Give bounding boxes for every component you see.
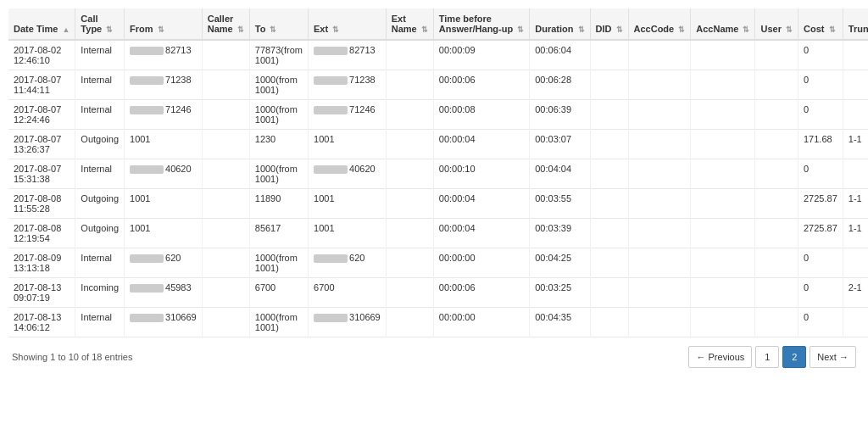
page-2-button[interactable]: 2 bbox=[782, 346, 806, 368]
ext-number: 40620 bbox=[349, 164, 376, 174]
cell-did bbox=[590, 278, 628, 308]
cell-to: 1230 bbox=[249, 130, 308, 159]
sort-icon-callername: ⇅ bbox=[237, 25, 244, 34]
from-number: 1001 bbox=[130, 223, 150, 233]
cell-callername bbox=[202, 40, 249, 70]
cell-callername bbox=[202, 248, 249, 278]
cell-callername bbox=[202, 159, 249, 189]
cell-calltype: Internal bbox=[75, 248, 125, 278]
ext-number: 1001 bbox=[314, 134, 334, 144]
cell-duration: 00:06:28 bbox=[530, 70, 590, 100]
cell-acccode bbox=[628, 189, 691, 219]
table-row: 2017-08-07 11:44:11Internal712381000(fro… bbox=[8, 70, 868, 100]
col-acccode[interactable]: AccCode ⇅ bbox=[628, 8, 691, 40]
cell-extname bbox=[386, 189, 433, 219]
cell-ext: 1001 bbox=[309, 219, 387, 248]
cell-ext: 1001 bbox=[309, 130, 387, 159]
sort-icon-calltype: ⇅ bbox=[106, 25, 113, 34]
cell-extname bbox=[386, 130, 433, 159]
cell-ext: 71238 bbox=[309, 70, 387, 100]
cell-timebefore: 00:00:10 bbox=[433, 159, 529, 189]
cell-datetime: 2017-08-08 12:19:54 bbox=[8, 219, 75, 248]
from-number: 71238 bbox=[165, 75, 192, 85]
col-calltype[interactable]: CallType ⇅ bbox=[75, 8, 125, 40]
sort-icon-duration: ⇅ bbox=[578, 25, 585, 34]
redacted-block bbox=[314, 47, 348, 55]
cell-callername bbox=[202, 278, 249, 308]
cell-callername bbox=[202, 70, 249, 100]
cell-datetime: 2017-08-07 12:24:46 bbox=[8, 100, 75, 130]
cell-cost: 0 bbox=[798, 159, 843, 189]
cell-from: 71246 bbox=[125, 100, 203, 130]
col-did[interactable]: DID ⇅ bbox=[590, 8, 628, 40]
col-ext[interactable]: Ext ⇅ bbox=[309, 8, 387, 40]
cell-extname bbox=[386, 278, 433, 308]
redacted-block bbox=[130, 106, 164, 114]
cell-user bbox=[755, 130, 798, 159]
cell-datetime: 2017-08-13 14:06:12 bbox=[8, 308, 75, 337]
cell-ext: 310669 bbox=[309, 308, 387, 337]
col-cost[interactable]: Cost ⇅ bbox=[798, 8, 843, 40]
ext-number: 1001 bbox=[314, 223, 334, 233]
col-accname[interactable]: AccName ⇅ bbox=[691, 8, 755, 40]
cell-acccode bbox=[628, 100, 691, 130]
cell-to: 85617 bbox=[249, 219, 308, 248]
cell-user bbox=[755, 278, 798, 308]
col-datetime[interactable]: Date Time ▲ bbox=[8, 8, 75, 40]
sort-icon-ext: ⇅ bbox=[332, 25, 339, 34]
cell-user bbox=[755, 219, 798, 248]
col-trunk[interactable]: Trunk/CO ⇅ bbox=[843, 8, 868, 40]
table-row: 2017-08-07 12:24:46Internal712461000(fro… bbox=[8, 100, 868, 130]
cell-trunk bbox=[843, 100, 868, 130]
col-timebefore[interactable]: Time beforeAnswer/Hang-up ⇅ bbox=[433, 8, 529, 40]
cell-cost: 0 bbox=[798, 278, 843, 308]
sort-icon-cost: ⇅ bbox=[829, 25, 836, 34]
cell-accname bbox=[691, 278, 755, 308]
table-row: 2017-08-09 13:13:18Internal6201000(from … bbox=[8, 248, 868, 278]
next-button[interactable]: Next → bbox=[810, 346, 856, 368]
cell-user bbox=[755, 308, 798, 337]
ext-number: 6700 bbox=[314, 282, 334, 293]
prev-button[interactable]: ← Previous bbox=[688, 346, 752, 368]
cell-timebefore: 00:00:04 bbox=[433, 189, 529, 219]
cell-extname bbox=[386, 159, 433, 189]
cell-to: 77873(from 1001) bbox=[249, 40, 308, 70]
col-extname[interactable]: ExtName ⇅ bbox=[386, 8, 433, 40]
cell-extname bbox=[386, 248, 433, 278]
sort-icon-extname: ⇅ bbox=[421, 25, 428, 34]
col-to[interactable]: To ⇅ bbox=[249, 8, 308, 40]
col-user[interactable]: User ⇅ bbox=[755, 8, 798, 40]
cell-timebefore: 00:00:04 bbox=[433, 219, 529, 248]
cell-duration: 00:06:04 bbox=[530, 40, 590, 70]
cell-cost: 2725.87 bbox=[798, 189, 843, 219]
col-duration[interactable]: Duration ⇅ bbox=[530, 8, 590, 40]
cell-accname bbox=[691, 308, 755, 337]
ext-number: 620 bbox=[349, 253, 364, 263]
cell-calltype: Internal bbox=[75, 70, 125, 100]
cell-trunk bbox=[843, 159, 868, 189]
cell-ext: 40620 bbox=[309, 159, 387, 189]
cell-to: 6700 bbox=[249, 278, 308, 308]
cell-from: 1001 bbox=[125, 219, 203, 248]
cell-from: 82713 bbox=[125, 40, 203, 70]
redacted-block bbox=[314, 165, 348, 174]
cell-callername bbox=[202, 100, 249, 130]
page-1-button[interactable]: 1 bbox=[755, 346, 779, 368]
cell-accname bbox=[691, 219, 755, 248]
cell-callername bbox=[202, 130, 249, 159]
cell-acccode bbox=[628, 219, 691, 248]
cell-accname bbox=[691, 248, 755, 278]
cell-did bbox=[590, 70, 628, 100]
col-from[interactable]: From ⇅ bbox=[125, 8, 203, 40]
cell-ext: 71246 bbox=[309, 100, 387, 130]
cell-calltype: Outgoing bbox=[75, 189, 125, 219]
col-callername[interactable]: CallerName ⇅ bbox=[202, 8, 249, 40]
cell-from: 1001 bbox=[125, 130, 203, 159]
cell-user bbox=[755, 159, 798, 189]
cell-duration: 00:04:04 bbox=[530, 159, 590, 189]
cell-timebefore: 00:00:00 bbox=[433, 308, 529, 337]
cell-acccode bbox=[628, 70, 691, 100]
sort-icon-to: ⇅ bbox=[270, 25, 276, 34]
cell-to: 11890 bbox=[249, 189, 308, 219]
cell-accname bbox=[691, 70, 755, 100]
